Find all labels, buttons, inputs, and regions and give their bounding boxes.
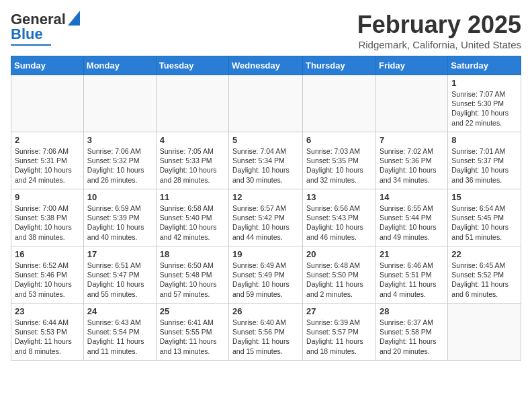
- day-cell: 12Sunrise: 6:57 AM Sunset: 5:42 PM Dayli…: [229, 189, 303, 246]
- weekday-header-row: SundayMondayTuesdayWednesdayThursdayFrid…: [11, 56, 521, 75]
- week-row-4: 16Sunrise: 6:52 AM Sunset: 5:46 PM Dayli…: [11, 246, 521, 304]
- day-number: 25: [160, 306, 225, 316]
- day-detail: Sunrise: 6:41 AM Sunset: 5:55 PM Dayligh…: [160, 318, 225, 356]
- day-detail: Sunrise: 7:06 AM Sunset: 5:31 PM Dayligh…: [15, 146, 80, 185]
- day-cell: 26Sunrise: 6:40 AM Sunset: 5:56 PM Dayli…: [229, 304, 303, 361]
- day-detail: Sunrise: 6:44 AM Sunset: 5:53 PM Dayligh…: [15, 318, 80, 356]
- logo: General Blue: [11, 11, 80, 46]
- day-cell: 19Sunrise: 6:49 AM Sunset: 5:49 PM Dayli…: [229, 246, 303, 304]
- weekday-header-friday: Friday: [375, 56, 447, 75]
- weekday-header-thursday: Thursday: [303, 56, 376, 75]
- day-number: 16: [15, 249, 80, 259]
- day-cell: 21Sunrise: 6:46 AM Sunset: 5:51 PM Dayli…: [375, 246, 447, 304]
- day-cell: 6Sunrise: 7:03 AM Sunset: 5:35 PM Daylig…: [303, 132, 376, 189]
- weekday-header-wednesday: Wednesday: [229, 56, 303, 75]
- month-title: February 2025: [357, 11, 521, 39]
- day-cell: 24Sunrise: 6:43 AM Sunset: 5:54 PM Dayli…: [83, 304, 156, 361]
- day-cell: 18Sunrise: 6:50 AM Sunset: 5:48 PM Dayli…: [156, 246, 228, 304]
- day-number: 13: [306, 192, 372, 202]
- week-row-5: 23Sunrise: 6:44 AM Sunset: 5:53 PM Dayli…: [11, 304, 521, 361]
- day-cell: [83, 75, 156, 132]
- day-cell: [303, 75, 376, 132]
- day-number: 11: [160, 192, 225, 202]
- weekday-header-monday: Monday: [83, 56, 156, 75]
- day-number: 27: [306, 306, 372, 316]
- day-cell: [156, 75, 228, 132]
- day-number: 20: [306, 249, 372, 259]
- day-number: 12: [232, 192, 299, 202]
- day-detail: Sunrise: 6:50 AM Sunset: 5:48 PM Dayligh…: [160, 261, 225, 299]
- day-cell: 8Sunrise: 7:01 AM Sunset: 5:37 PM Daylig…: [448, 132, 521, 189]
- weekday-header-saturday: Saturday: [448, 56, 521, 75]
- day-detail: Sunrise: 7:04 AM Sunset: 5:34 PM Dayligh…: [232, 146, 299, 185]
- day-cell: 27Sunrise: 6:39 AM Sunset: 5:57 PM Dayli…: [303, 304, 376, 361]
- day-detail: Sunrise: 7:05 AM Sunset: 5:33 PM Dayligh…: [160, 146, 225, 185]
- day-cell: [11, 75, 84, 132]
- day-detail: Sunrise: 7:00 AM Sunset: 5:38 PM Dayligh…: [15, 203, 80, 242]
- day-cell: 23Sunrise: 6:44 AM Sunset: 5:53 PM Dayli…: [11, 304, 84, 361]
- day-cell: 13Sunrise: 6:56 AM Sunset: 5:43 PM Dayli…: [303, 189, 376, 246]
- day-cell: 7Sunrise: 7:02 AM Sunset: 5:36 PM Daylig…: [375, 132, 447, 189]
- day-number: 8: [451, 135, 517, 145]
- day-detail: Sunrise: 6:40 AM Sunset: 5:56 PM Dayligh…: [232, 318, 299, 356]
- day-number: 21: [380, 249, 444, 259]
- day-detail: Sunrise: 6:45 AM Sunset: 5:52 PM Dayligh…: [451, 261, 517, 299]
- day-cell: [375, 75, 447, 132]
- day-number: 2: [15, 135, 80, 145]
- day-number: 22: [451, 249, 517, 259]
- logo-underline: [11, 44, 51, 46]
- day-number: 7: [380, 135, 444, 145]
- day-cell: 10Sunrise: 6:59 AM Sunset: 5:39 PM Dayli…: [83, 189, 156, 246]
- week-row-2: 2Sunrise: 7:06 AM Sunset: 5:31 PM Daylig…: [11, 132, 521, 189]
- day-cell: 15Sunrise: 6:54 AM Sunset: 5:45 PM Dayli…: [448, 189, 521, 246]
- day-cell: [448, 304, 521, 361]
- day-detail: Sunrise: 6:52 AM Sunset: 5:46 PM Dayligh…: [15, 261, 80, 299]
- day-detail: Sunrise: 7:06 AM Sunset: 5:32 PM Dayligh…: [87, 146, 152, 185]
- logo-triangle-icon: [68, 11, 80, 26]
- day-cell: 4Sunrise: 7:05 AM Sunset: 5:33 PM Daylig…: [156, 132, 228, 189]
- day-number: 26: [232, 306, 299, 316]
- day-detail: Sunrise: 6:48 AM Sunset: 5:50 PM Dayligh…: [306, 261, 372, 299]
- day-cell: 9Sunrise: 7:00 AM Sunset: 5:38 PM Daylig…: [11, 189, 84, 246]
- day-number: 6: [306, 135, 372, 145]
- day-cell: 22Sunrise: 6:45 AM Sunset: 5:52 PM Dayli…: [448, 246, 521, 304]
- day-detail: Sunrise: 6:46 AM Sunset: 5:51 PM Dayligh…: [380, 261, 444, 299]
- day-detail: Sunrise: 7:02 AM Sunset: 5:36 PM Dayligh…: [380, 146, 444, 185]
- day-number: 15: [451, 192, 517, 202]
- day-cell: 20Sunrise: 6:48 AM Sunset: 5:50 PM Dayli…: [303, 246, 376, 304]
- logo-blue: Blue: [11, 26, 43, 43]
- week-row-3: 9Sunrise: 7:00 AM Sunset: 5:38 PM Daylig…: [11, 189, 521, 246]
- day-cell: 14Sunrise: 6:55 AM Sunset: 5:44 PM Dayli…: [375, 189, 447, 246]
- day-detail: Sunrise: 6:51 AM Sunset: 5:47 PM Dayligh…: [87, 261, 152, 299]
- day-detail: Sunrise: 6:55 AM Sunset: 5:44 PM Dayligh…: [380, 203, 444, 242]
- day-number: 19: [232, 249, 299, 259]
- location-title: Ridgemark, California, United States: [357, 39, 521, 50]
- day-cell: 1Sunrise: 7:07 AM Sunset: 5:30 PM Daylig…: [448, 75, 521, 132]
- weekday-header-tuesday: Tuesday: [156, 56, 228, 75]
- day-number: 9: [15, 192, 80, 202]
- day-detail: Sunrise: 6:39 AM Sunset: 5:57 PM Dayligh…: [306, 318, 372, 356]
- day-number: 5: [232, 135, 299, 145]
- day-detail: Sunrise: 6:56 AM Sunset: 5:43 PM Dayligh…: [306, 203, 372, 242]
- day-detail: Sunrise: 6:49 AM Sunset: 5:49 PM Dayligh…: [232, 261, 299, 299]
- day-detail: Sunrise: 6:54 AM Sunset: 5:45 PM Dayligh…: [451, 203, 517, 242]
- calendar-table: SundayMondayTuesdayWednesdayThursdayFrid…: [11, 56, 521, 361]
- day-detail: Sunrise: 6:43 AM Sunset: 5:54 PM Dayligh…: [87, 318, 152, 356]
- day-number: 14: [380, 192, 444, 202]
- svg-marker-0: [68, 11, 80, 26]
- day-cell: [229, 75, 303, 132]
- day-detail: Sunrise: 7:07 AM Sunset: 5:30 PM Dayligh…: [451, 89, 517, 128]
- day-number: 1: [451, 78, 517, 88]
- day-number: 4: [160, 135, 225, 145]
- day-detail: Sunrise: 6:58 AM Sunset: 5:40 PM Dayligh…: [160, 203, 225, 242]
- day-number: 17: [87, 249, 152, 259]
- day-cell: 11Sunrise: 6:58 AM Sunset: 5:40 PM Dayli…: [156, 189, 228, 246]
- day-cell: 16Sunrise: 6:52 AM Sunset: 5:46 PM Dayli…: [11, 246, 84, 304]
- week-row-1: 1Sunrise: 7:07 AM Sunset: 5:30 PM Daylig…: [11, 75, 521, 132]
- day-number: 10: [87, 192, 152, 202]
- day-number: 3: [87, 135, 152, 145]
- day-cell: 2Sunrise: 7:06 AM Sunset: 5:31 PM Daylig…: [11, 132, 84, 189]
- day-cell: 17Sunrise: 6:51 AM Sunset: 5:47 PM Dayli…: [83, 246, 156, 304]
- day-detail: Sunrise: 6:59 AM Sunset: 5:39 PM Dayligh…: [87, 203, 152, 242]
- day-number: 24: [87, 306, 152, 316]
